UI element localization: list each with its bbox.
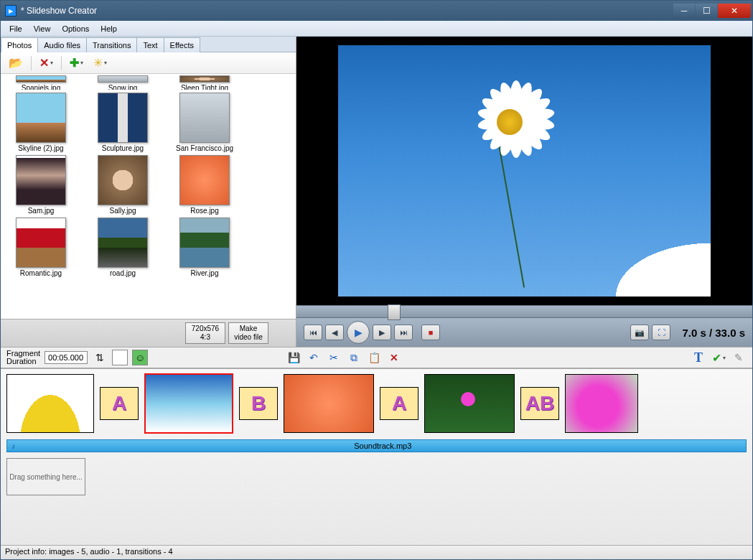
make-video-button[interactable]: Make video file <box>228 322 268 344</box>
thumbnail-label: road.jpg <box>87 269 159 277</box>
photo-thumbnail[interactable]: Romantic.jpg <box>5 218 77 277</box>
prev-frame-button[interactable]: ◀ <box>325 325 344 340</box>
menu-view[interactable]: View <box>28 23 57 34</box>
tab-effects[interactable]: Effects <box>164 37 200 52</box>
transition-item[interactable]: AB <box>520 387 559 420</box>
thumbnail-label: Skyline (2).jpg <box>5 144 77 152</box>
timeline-frame[interactable] <box>144 373 233 434</box>
apply-button[interactable]: ✔▾ <box>711 350 726 365</box>
copy-button[interactable]: ⧉ <box>346 350 362 365</box>
thumbnail-image <box>179 218 230 268</box>
face-crop-button[interactable]: ☺ <box>132 350 148 365</box>
photo-thumbnail[interactable]: River.jpg <box>169 218 240 277</box>
preview-panel: for(let i=0;i<18;i++)document.write('<di… <box>296 37 752 347</box>
blank-frame-button[interactable] <box>112 350 128 365</box>
fullscreen-button[interactable]: ⛶ <box>652 325 670 340</box>
transition-item[interactable]: B <box>239 387 278 420</box>
content-area: Photos Audio files Transitions Text Effe… <box>1 37 752 559</box>
thumbnail-label: Sculpture.jpg <box>87 144 159 152</box>
thumbnail-image <box>179 75 230 83</box>
thumbnail-label: River.jpg <box>169 269 240 277</box>
app-icon <box>5 5 17 17</box>
playback-controls: ⏮ ◀ ▶ ▶ ⏭ ■ 📷 ⛶ 7.0 s / 33.0 s <box>296 318 752 347</box>
thumbnail-image <box>98 93 148 143</box>
photo-thumbnail[interactable]: road.jpg <box>87 218 159 277</box>
photo-thumbnail[interactable]: Spaniels.jpg <box>5 75 77 90</box>
thumbnail-image <box>16 218 66 268</box>
title-bar[interactable]: * Slideshow Creator ─ ☐ ✕ <box>1 1 752 21</box>
photo-thumbnail[interactable]: Snow.jpg <box>87 75 159 90</box>
text-tool-button[interactable]: T <box>691 350 706 365</box>
photo-thumbnail[interactable]: Sleep Tight.jpg <box>169 75 240 90</box>
close-button[interactable]: ✕ <box>718 4 751 18</box>
audio-track[interactable]: ♪ Soundtrack.mp3 <box>6 439 747 452</box>
timeline-frame[interactable] <box>424 374 515 433</box>
minimize-button[interactable]: ─ <box>673 4 695 18</box>
tab-text[interactable]: Text <box>136 37 164 52</box>
tab-audio[interactable]: Audio files <box>37 37 87 52</box>
video-track[interactable]: A B A AB <box>1 369 752 438</box>
maximize-button[interactable]: ☐ <box>696 4 717 18</box>
menu-bar: File View Options Help <box>1 21 752 37</box>
menu-help[interactable]: Help <box>95 23 123 34</box>
timeline-toolbar: Fragment Duration ⇅ ☺ 💾 ↶ ✂ ⧉ 📋 ✕ T ✔▾ ✎ <box>1 347 752 368</box>
cut-button[interactable]: ✂ <box>326 350 342 365</box>
check-icon: ✔ <box>712 351 721 365</box>
copy-icon: ⧉ <box>350 352 357 364</box>
timeline-frame[interactable] <box>565 374 638 433</box>
photo-thumbnail[interactable]: Skyline (2).jpg <box>5 93 77 152</box>
transition-item[interactable]: A <box>100 387 139 420</box>
tab-photos[interactable]: Photos <box>1 37 38 52</box>
add-button[interactable]: ✚▾ <box>66 54 87 72</box>
delete-button[interactable]: ✕▾ <box>36 54 57 72</box>
transition-item[interactable]: A <box>380 387 418 420</box>
photo-thumbnail[interactable]: Sam.jpg <box>5 155 77 215</box>
stop-button[interactable]: ■ <box>421 325 440 340</box>
next-frame-button[interactable]: ▶ <box>373 325 391 340</box>
play-button[interactable]: ▶ <box>347 321 370 344</box>
menu-options[interactable]: Options <box>56 23 95 34</box>
seek-thumb[interactable] <box>388 304 401 320</box>
last-frame-button[interactable]: ⏭ <box>394 325 413 340</box>
photo-thumbnail[interactable]: San Francisco.jpg <box>169 93 240 152</box>
resolution-button[interactable]: 720x576 4:3 <box>185 322 225 344</box>
tab-transitions[interactable]: Transitions <box>86 37 137 52</box>
fragment-duration-input[interactable] <box>45 351 88 364</box>
save-button[interactable]: 💾 <box>286 350 301 365</box>
text-icon: T <box>694 350 703 365</box>
remove-icon: ✕ <box>390 352 398 363</box>
brush-button[interactable]: ✎ <box>731 350 747 365</box>
photo-grid[interactable]: Spaniels.jpgSnow.jpgSleep Tight.jpgSkyli… <box>1 74 296 319</box>
remove-button[interactable]: ✕ <box>386 350 402 365</box>
menu-file[interactable]: File <box>4 23 28 34</box>
brush-icon: ✎ <box>734 352 743 363</box>
drop-target[interactable]: Drag something here... <box>6 458 85 495</box>
duration-sync-button[interactable]: ⇅ <box>92 350 108 365</box>
first-frame-button[interactable]: ⏮ <box>304 325 322 340</box>
media-panel: Photos Audio files Transitions Text Effe… <box>1 37 296 347</box>
thumbnail-label: Spaniels.jpg <box>5 84 77 90</box>
seek-bar[interactable] <box>296 305 752 318</box>
photos-toolbar: 📂 ✕▾ ✚▾ ✳▾ <box>1 52 296 74</box>
paste-button[interactable]: 📋 <box>366 350 382 365</box>
photo-thumbnail[interactable]: Rose.jpg <box>169 155 240 215</box>
timeline-frame[interactable] <box>6 374 94 433</box>
thumbnail-image <box>16 155 66 205</box>
thumbnail-label: Sam.jpg <box>5 207 77 215</box>
window-title: * Slideshow Creator <box>21 6 673 16</box>
plus-icon: ✚ <box>70 56 79 70</box>
thumbnail-image <box>179 155 230 205</box>
media-tabs: Photos Audio files Transitions Text Effe… <box>1 37 296 52</box>
sun-effect-button[interactable]: ✳▾ <box>90 54 111 72</box>
fragment-duration-label: Fragment Duration <box>6 350 40 365</box>
timeline-frame[interactable] <box>284 374 374 433</box>
undo-button[interactable]: ↶ <box>306 350 322 365</box>
sun-icon: ✳ <box>93 56 103 70</box>
playback-time: 7.0 s / 33.0 s <box>682 327 745 339</box>
photo-thumbnail[interactable]: Sculpture.jpg <box>87 93 159 152</box>
thumbnail-label: Rose.jpg <box>169 207 240 215</box>
snapshot-button[interactable]: 📷 <box>630 325 649 340</box>
paste-icon: 📋 <box>368 352 380 363</box>
photo-thumbnail[interactable]: Sally.jpg <box>87 155 159 215</box>
open-folder-button[interactable]: 📂 <box>5 54 27 72</box>
